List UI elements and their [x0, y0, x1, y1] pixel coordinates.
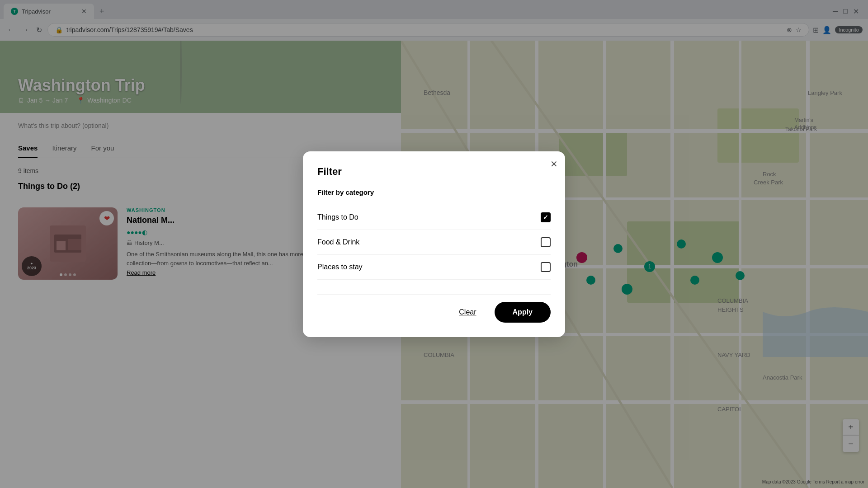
checkbox-things-to-do[interactable] [541, 212, 551, 222]
filter-label-places-to-stay: Places to stay [317, 263, 363, 271]
checkbox-food-drink[interactable] [541, 237, 551, 247]
modal-title: Filter [317, 166, 551, 178]
modal-footer: Clear Apply [317, 294, 551, 323]
filter-modal: ✕ Filter Filter by category Things to Do… [303, 151, 565, 337]
checkbox-places-to-stay[interactable] [541, 262, 551, 272]
apply-button[interactable]: Apply [495, 302, 551, 323]
modal-close-button[interactable]: ✕ [550, 159, 558, 169]
filter-label-things-to-do: Things to Do [317, 213, 359, 221]
filter-row-food-drink: Food & Drink [317, 230, 551, 255]
filter-row-places-to-stay: Places to stay [317, 255, 551, 280]
filter-row-things-to-do: Things to Do [317, 205, 551, 230]
clear-button[interactable]: Clear [448, 303, 487, 322]
filter-section-title: Filter by category [317, 188, 551, 196]
modal-overlay[interactable]: ✕ Filter Filter by category Things to Do… [0, 0, 868, 488]
filter-label-food-drink: Food & Drink [317, 238, 359, 246]
